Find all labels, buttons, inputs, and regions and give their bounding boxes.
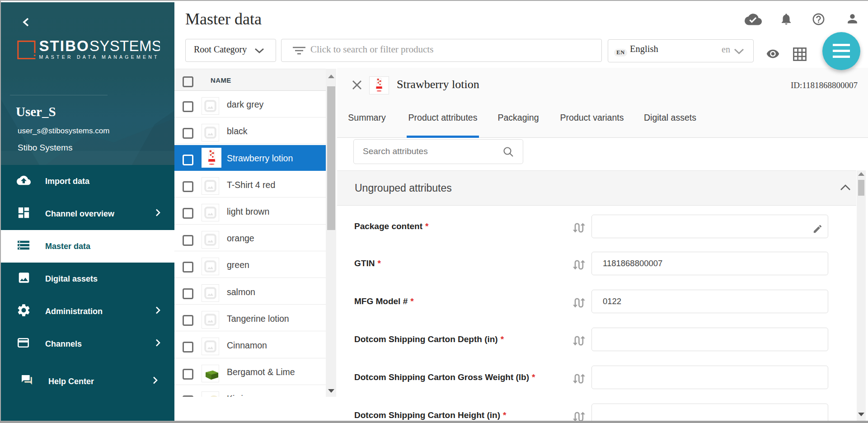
svg-text:STIBO: STIBO (39, 40, 89, 54)
svg-text:SYSTEMS: SYSTEMS (89, 40, 160, 54)
svg-text:MASTER DATA MANAGEMENT: MASTER DATA MANAGEMENT (39, 54, 160, 60)
